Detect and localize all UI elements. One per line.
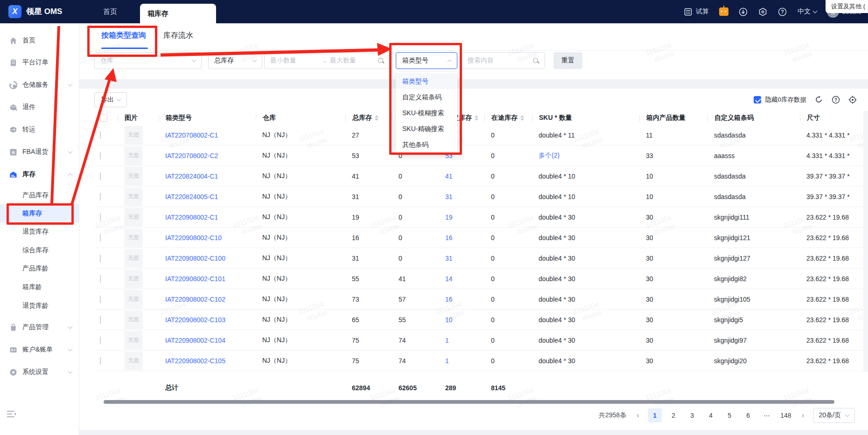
stock-metric-select[interactable]: 总库存 xyxy=(208,52,262,69)
language-switcher[interactable]: 中文 xyxy=(798,7,817,16)
sidebar-subitem-箱库龄[interactable]: 箱库龄 xyxy=(0,278,79,297)
pagination-page-5[interactable]: 5 xyxy=(722,408,736,422)
sidebar-item-首页[interactable]: 首页 xyxy=(0,31,79,50)
pagination-ellipsis[interactable]: ⋯ xyxy=(760,408,774,422)
row-checkbox[interactable] xyxy=(100,193,101,200)
pagination-prev[interactable]: ‹ xyxy=(633,411,643,420)
tab-stock-flow[interactable]: 库存流水 xyxy=(163,31,193,41)
feedback-button[interactable] xyxy=(758,7,768,16)
search-icon[interactable] xyxy=(532,57,539,64)
row-checkbox[interactable] xyxy=(100,337,101,344)
row-checkbox[interactable] xyxy=(100,255,101,262)
sidebar-item-平台订单[interactable]: 平台订单 xyxy=(0,53,79,72)
column-header-总库存[interactable]: 总库存 xyxy=(345,114,392,122)
sidebar-item-FBA退货[interactable]: aFBA退货 xyxy=(0,143,79,161)
horizontal-scrollbar[interactable] xyxy=(104,400,834,404)
row-checkbox[interactable] xyxy=(100,275,101,283)
vertical-scrollbar-track[interactable] xyxy=(863,111,868,372)
cell: 74 xyxy=(392,337,439,344)
sidebar-subitem-产品库龄[interactable]: 产品库龄 xyxy=(0,259,79,278)
select-all-checkbox[interactable] xyxy=(100,114,107,122)
sidebar-item-产品管理[interactable]: 产品管理 xyxy=(0,318,79,337)
row-checkbox[interactable] xyxy=(100,234,101,242)
sidebar-item-仓储服务[interactable]: 仓储服务 xyxy=(0,76,79,94)
sidebar-item-退件[interactable]: 退件 xyxy=(0,98,79,117)
dropdown-option-自定义箱条码[interactable]: 自定义箱条码 xyxy=(396,89,457,105)
table-help-icon[interactable]: ? xyxy=(832,96,840,104)
search-icon[interactable] xyxy=(378,57,384,64)
download-button[interactable] xyxy=(739,7,748,16)
pagination-page-3[interactable]: 3 xyxy=(685,408,699,422)
sku-cell: double4 * 11 xyxy=(532,131,639,139)
export-button[interactable]: 导出 xyxy=(94,92,127,107)
topnav-tab-box-inventory[interactable]: 箱库存 xyxy=(140,4,216,23)
pagination-page-2[interactable]: 2 xyxy=(666,408,680,422)
cell: 4.331 * 4.331 * xyxy=(800,152,865,159)
hide-zero-checkbox[interactable] xyxy=(754,96,761,104)
column-settings-icon[interactable] xyxy=(848,96,857,104)
image-cell: 无图 xyxy=(118,146,159,165)
sidebar-subitem-产品库存[interactable]: 产品库存 xyxy=(0,186,79,205)
sidebar-item-账户&账单[interactable]: $账户&账单 xyxy=(0,340,79,359)
row-checkbox[interactable] xyxy=(100,173,101,180)
sidebar-subitem-退货库存[interactable]: 退货库存 xyxy=(0,222,79,241)
dropdown-option-SKU-模糊搜索[interactable]: SKU-模糊搜索 xyxy=(396,105,457,121)
row-checkbox[interactable] xyxy=(100,296,101,303)
reset-button[interactable]: 重置 xyxy=(553,52,582,69)
sidebar: 首页平台订单仓储服务退件转运aFBA退货库存产品库存箱库存退货库存综合库存产品库… xyxy=(0,23,79,435)
row-checkbox[interactable] xyxy=(100,214,101,221)
pagination-page-6[interactable]: 6 xyxy=(741,408,755,422)
row-checkbox[interactable] xyxy=(100,316,101,324)
min-quantity-input[interactable]: 最小数量 xyxy=(265,56,319,65)
pagination-page-1[interactable]: 1 xyxy=(648,408,662,422)
cell: 65 xyxy=(345,316,392,324)
tab-query-by-box-type[interactable]: 按箱类型查询 xyxy=(101,31,146,41)
locked-stock-link: 31 xyxy=(439,255,484,262)
locked-stock-link: 14 xyxy=(439,275,484,283)
sidebar-item-转运[interactable]: 转运 xyxy=(0,120,79,139)
cell: 30 xyxy=(639,214,707,221)
sidebar-subitem-综合库存[interactable]: 综合库存 xyxy=(0,241,79,260)
cell: 0 xyxy=(484,193,532,200)
sidebar-item-系统设置[interactable]: 系统设置 xyxy=(0,363,79,381)
max-quantity-input[interactable]: 最大数量 xyxy=(330,56,370,65)
cell: NJ（NJ） xyxy=(256,254,345,262)
sidebar-collapse-button[interactable] xyxy=(7,410,17,418)
pagination-page-4[interactable]: 4 xyxy=(704,408,718,422)
search-type-select[interactable]: 箱类型号 xyxy=(396,52,457,69)
cell: 53 xyxy=(345,152,392,159)
refresh-icon[interactable] xyxy=(815,96,823,104)
service-icon xyxy=(9,81,17,89)
sidebar-subitem-箱库存[interactable]: 箱库存 xyxy=(0,204,79,223)
cell: 73 xyxy=(345,296,392,303)
pagination-next[interactable]: › xyxy=(798,411,808,420)
row-checkbox[interactable] xyxy=(100,357,101,365)
sidebar-subitem-退货库龄[interactable]: 退货库龄 xyxy=(0,297,79,315)
page-size-select[interactable]: 20条/页 xyxy=(813,408,855,423)
row-checkbox-cell xyxy=(94,131,118,139)
row-checkbox[interactable] xyxy=(100,152,101,159)
topnav-home[interactable]: 首页 xyxy=(96,0,125,23)
language-label: 中文 xyxy=(798,7,811,16)
hide-zero-stock-toggle[interactable]: 隐藏0库存数据 xyxy=(754,96,806,104)
sort-carets-icon[interactable] xyxy=(475,115,478,121)
pagination-page-148[interactable]: 148 xyxy=(778,408,793,422)
search-content-input[interactable]: 搜索内容 xyxy=(461,52,545,69)
help-button[interactable]: ? xyxy=(778,7,787,16)
quantity-range-input[interactable]: 最小数量 → 最大数量 xyxy=(264,52,390,69)
dropdown-option-SKU-精确搜索[interactable]: SKU-精确搜索 xyxy=(396,121,457,137)
table-row: 无图IAT220908002-C105NJ（NJ）757410double4 *… xyxy=(94,351,865,371)
box-type-link: IAT220708002-C2 xyxy=(159,152,256,159)
sort-carets-icon[interactable] xyxy=(520,115,524,121)
dropdown-option-箱类型号[interactable]: 箱类型号 xyxy=(396,73,457,89)
warehouse-select[interactable]: 仓库 xyxy=(94,52,202,69)
sort-carets-icon[interactable] xyxy=(375,115,378,121)
box-type-link: IAT220908002-C100 xyxy=(159,255,256,262)
row-checkbox[interactable] xyxy=(100,131,101,139)
assistant-robot-button[interactable] xyxy=(719,7,728,16)
dropdown-option-其他条码[interactable]: 其他条码 xyxy=(396,137,457,152)
column-header-尺寸: 尺寸 xyxy=(800,114,865,122)
column-header-在途库存[interactable]: 在途库存 xyxy=(484,114,532,122)
trial-calc-button[interactable]: 试算 xyxy=(684,7,709,16)
sidebar-item-库存[interactable]: 库存 xyxy=(0,165,79,184)
